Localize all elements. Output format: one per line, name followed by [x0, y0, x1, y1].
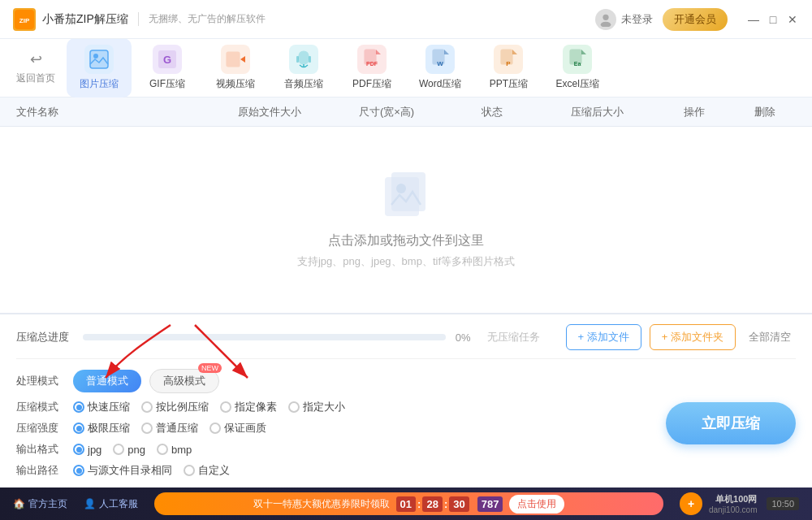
bottom-panel: 压缩总进度 0% 无压缩任务 + 添加文件 + 添加文件夹 全部清空 处理模式 … [0, 314, 812, 488]
excel-compress-icon: Ea [563, 45, 592, 74]
svg-rect-13 [296, 56, 299, 63]
nav-ppt-label: PPT压缩 [490, 77, 528, 91]
format-bmp-option[interactable]: bmp [157, 444, 192, 456]
gif-compress-icon: G [153, 45, 182, 74]
back-button[interactable]: ↩ 返回首页 [8, 44, 63, 92]
quality-preserve-option[interactable]: 保证画质 [209, 421, 266, 436]
svg-text:G: G [163, 54, 171, 66]
svg-marker-10 [240, 56, 245, 63]
site-url: danji100.com [709, 505, 757, 514]
vip-button[interactable]: 开通会员 [663, 8, 728, 31]
title-bar: ZIP 小番茄ZIP解压缩 无捆绑、无广告的解压软件 未登录 开通会员 — □ … [0, 0, 812, 39]
add-file-button[interactable]: + 添加文件 [566, 324, 641, 350]
window-controls: — □ ✕ [747, 13, 799, 26]
official-site-label: 官方主页 [28, 497, 67, 511]
customer-service-link[interactable]: 👤 人工客服 [84, 497, 138, 511]
path-same-option[interactable]: 与源文件目录相同 [73, 463, 172, 478]
use-coupon-button[interactable]: 点击使用 [509, 495, 564, 514]
official-site-link[interactable]: 🏠 官方主页 [13, 497, 67, 511]
nav-item-word[interactable]: W Word压缩 [408, 38, 473, 98]
format-jpg-label: jpg [88, 444, 102, 456]
nav-item-audio[interactable]: 音频压缩 [271, 38, 336, 98]
compress-fast-option[interactable]: 快速压缩 [73, 400, 130, 414]
close-button[interactable]: ✕ [786, 13, 799, 26]
compress-quality-group: 极限压缩 普通压缩 保证画质 [73, 421, 266, 436]
nav-word-label: Word压缩 [419, 77, 461, 91]
svg-rect-9 [227, 52, 240, 67]
countdown-ms: 787 [477, 496, 503, 512]
nav-excel-label: Excel压缩 [555, 77, 598, 91]
svg-point-30 [396, 184, 406, 193]
compress-ratio-option[interactable]: 按比例压缩 [141, 400, 209, 414]
compress-ratio-label: 按比例压缩 [156, 400, 209, 414]
compress-size-option[interactable]: 指定大小 [288, 400, 345, 414]
compress-pixel-option[interactable]: 指定像素 [220, 400, 277, 414]
radio-fast-circle [73, 401, 84, 413]
quality-extreme-option[interactable]: 极限压缩 [73, 421, 130, 436]
compress-fast-label: 快速压缩 [88, 400, 130, 414]
restore-button[interactable]: □ [767, 13, 780, 26]
countdown-seconds: 30 [449, 496, 469, 512]
radio-custom-circle [184, 465, 195, 476]
output-format-label: 输出格式 [16, 442, 65, 457]
quality-extreme-label: 极限压缩 [88, 421, 130, 436]
svg-rect-4 [90, 50, 108, 68]
user-area[interactable]: 未登录 [595, 9, 653, 30]
col-header-name: 文件名称 [16, 105, 211, 119]
col-header-compressed: 压缩后大小 [538, 105, 655, 119]
minimize-button[interactable]: — [747, 13, 760, 26]
nav-item-excel[interactable]: Ea Excel压缩 [544, 38, 610, 98]
promo-text: 双十一特惠大额优惠券限时领取 [253, 497, 390, 511]
col-header-size: 原始文件大小 [211, 105, 328, 119]
nav-audio-label: 音频压缩 [284, 77, 323, 91]
svg-text:ZIP: ZIP [19, 17, 30, 24]
site-info: 单机100网 danji100.com [709, 493, 757, 514]
quality-normal-option[interactable]: 普通压缩 [141, 421, 198, 436]
nav-item-pdf[interactable]: PDF PDF压缩 [339, 38, 404, 98]
svg-marker-16 [376, 50, 381, 54]
add-folder-button[interactable]: + 添加文件夹 [650, 324, 736, 350]
back-arrow-icon: ↩ [30, 50, 42, 68]
svg-point-3 [601, 21, 611, 26]
advanced-mode-button[interactable]: 高级模式 NEW [149, 369, 219, 393]
app-title: 小番茄ZIP解压缩 [42, 12, 128, 27]
nav-image-label: 图片压缩 [80, 77, 119, 91]
path-custom-option[interactable]: 自定义 [184, 463, 230, 478]
service-icon: 👤 [84, 498, 96, 509]
nav-item-ppt[interactable]: P PPT压缩 [476, 38, 541, 98]
mode-label: 处理模式 [16, 374, 65, 388]
svg-marker-26 [581, 50, 586, 54]
nav-item-video[interactable]: 视频压缩 [203, 38, 268, 98]
drop-zone[interactable]: 点击添加或拖动文件到这里 支持jpg、png、jpeg、bmp、tif等多种图片… [0, 127, 812, 314]
add-watermark-icon[interactable]: + [680, 492, 702, 515]
start-compress-button[interactable]: 立即压缩 [666, 402, 796, 444]
radio-png-circle [113, 444, 124, 455]
nav-toolbar: ↩ 返回首页 图片压缩 G GIF压缩 [0, 39, 812, 98]
compress-pixel-label: 指定像素 [235, 400, 277, 414]
compress-quality-row: 压缩强度 极限压缩 普通压缩 保证画质 [16, 421, 641, 436]
format-jpg-option[interactable]: jpg [73, 444, 102, 456]
compress-mode-row: 压缩模式 快速压缩 按比例压缩 指定像素 [16, 400, 641, 414]
app-logo: ZIP [13, 8, 36, 31]
radio-extreme-circle [73, 422, 84, 434]
radio-jpg-circle [73, 444, 84, 455]
promo-banner[interactable]: 双十一特惠大额优惠券限时领取 01 : 28 : 30 787 点击使用 [154, 492, 663, 515]
radio-same-circle [73, 465, 84, 476]
title-right: 未登录 开通会员 — □ ✕ [595, 8, 799, 31]
drop-main-text: 点击添加或拖动文件到这里 [328, 232, 484, 249]
svg-marker-23 [512, 50, 517, 54]
normal-mode-button[interactable]: 普通模式 [73, 370, 141, 392]
customer-service-label: 人工客服 [99, 497, 138, 511]
output-path-label: 输出路径 [16, 463, 65, 478]
format-png-option[interactable]: png [113, 444, 145, 456]
output-path-row: 输出路径 与源文件目录相同 自定义 [16, 463, 641, 478]
user-login-label: 未登录 [621, 12, 653, 27]
svg-rect-29 [391, 172, 425, 211]
compress-quality-label: 压缩强度 [16, 421, 65, 436]
clear-all-button[interactable]: 全部清空 [744, 324, 796, 350]
svg-point-2 [603, 14, 608, 20]
col-header-op: 操作 [655, 105, 733, 119]
nav-item-gif[interactable]: G GIF压缩 [135, 38, 200, 98]
nav-item-image[interactable]: 图片压缩 [67, 38, 132, 98]
progress-buttons: + 添加文件 + 添加文件夹 全部清空 [566, 324, 796, 350]
